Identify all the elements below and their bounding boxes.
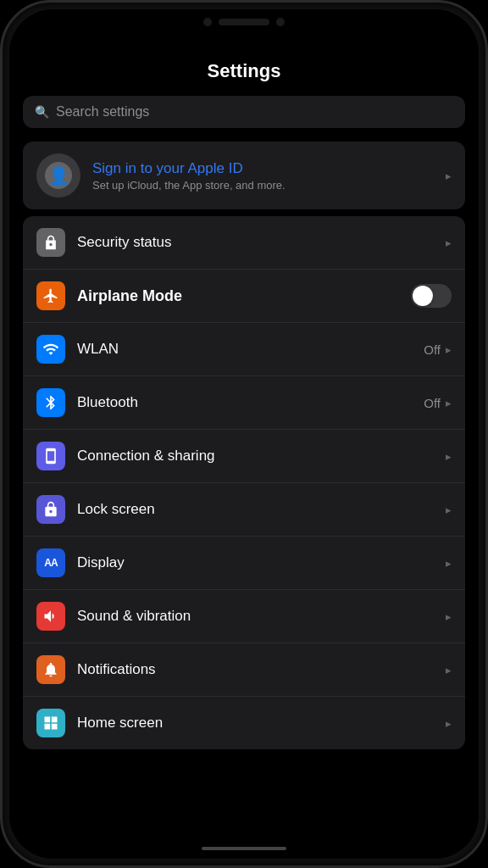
connection-sharing-label: Connection & sharing (77, 448, 434, 465)
apple-id-subtitle: Set up iCloud, the App store, and more. (92, 179, 434, 192)
camera-dot-2 (276, 18, 285, 26)
bluetooth-icon (36, 388, 65, 417)
user-icon: 👤 (45, 162, 72, 189)
apple-id-title: Sign in to your Apple ID (92, 160, 434, 177)
notch-area (203, 18, 285, 26)
home-screen-icon (36, 709, 65, 737)
lock-screen-right: ▸ (446, 504, 452, 516)
security-status-icon (36, 228, 65, 257)
settings-list: 👤 Sign in to your Apple ID Set up iCloud… (9, 142, 479, 749)
apple-id-card[interactable]: 👤 Sign in to your Apple ID Set up iCloud… (23, 142, 465, 209)
apple-id-text: Sign in to your Apple ID Set up iCloud, … (92, 160, 434, 192)
bluetooth-status: Off (424, 396, 441, 410)
wlan-chevron: ▸ (446, 343, 452, 356)
display-chevron: ▸ (446, 557, 452, 570)
apple-id-chevron: ▸ (446, 170, 452, 182)
display-row[interactable]: AA Display ▸ (23, 537, 465, 590)
search-icon: 🔍 (35, 105, 49, 119)
connection-chevron: ▸ (446, 450, 452, 463)
sound-vibration-label: Sound & vibration (77, 608, 434, 625)
lock-screen-label: Lock screen (77, 501, 434, 518)
sound-vibration-right: ▸ (446, 610, 452, 623)
lock-screen-icon (36, 495, 65, 524)
settings-header: Settings (9, 47, 479, 89)
connection-sharing-right: ▸ (446, 450, 452, 463)
notifications-icon (36, 655, 65, 684)
volume-down-button[interactable] (0, 196, 3, 226)
volume-up-button[interactable] (0, 155, 3, 186)
airplane-mode-icon (36, 281, 65, 310)
display-icon: AA (36, 548, 65, 577)
bluetooth-label: Bluetooth (77, 394, 412, 411)
screen-content: Settings 🔍 Search settings 👤 Sign in to … (9, 47, 479, 859)
connection-sharing-icon (36, 442, 65, 470)
home-screen-label: Home screen (77, 715, 434, 732)
status-bar (9, 9, 479, 47)
sound-chevron: ▸ (446, 610, 452, 623)
bluetooth-chevron: ▸ (446, 397, 452, 409)
bluetooth-right: Off ▸ (424, 396, 452, 410)
connection-sharing-row[interactable]: Connection & sharing ▸ (23, 430, 465, 483)
sound-vibration-row[interactable]: Sound & vibration ▸ (23, 590, 465, 643)
settings-main-card: Security status ▸ Airplane Mode (23, 216, 465, 749)
toggle-knob (413, 286, 433, 306)
speaker-pill (219, 19, 269, 25)
lock-screen-chevron: ▸ (446, 504, 452, 516)
home-screen-chevron: ▸ (446, 717, 452, 730)
bluetooth-row[interactable]: Bluetooth Off ▸ (23, 376, 465, 430)
home-screen-right: ▸ (446, 717, 452, 730)
airplane-mode-toggle[interactable] (411, 284, 452, 308)
lock-screen-row[interactable]: Lock screen ▸ (23, 483, 465, 537)
home-screen-row[interactable]: Home screen ▸ (23, 697, 465, 749)
home-indicator[interactable] (202, 847, 286, 850)
sound-vibration-icon (36, 602, 65, 631)
display-right: ▸ (446, 557, 452, 570)
notifications-chevron: ▸ (446, 664, 452, 676)
camera-dot (203, 18, 212, 26)
display-label: Display (77, 554, 434, 571)
search-bar[interactable]: 🔍 Search settings (23, 96, 465, 128)
security-status-right: ▸ (446, 236, 452, 249)
wlan-icon (36, 335, 65, 364)
security-status-row[interactable]: Security status ▸ (23, 216, 465, 270)
notifications-row[interactable]: Notifications ▸ (23, 643, 465, 697)
security-status-label: Security status (77, 234, 434, 251)
wlan-status: Off (424, 342, 441, 357)
wlan-row[interactable]: WLAN Off ▸ (23, 323, 465, 376)
notifications-right: ▸ (446, 664, 452, 676)
wlan-right: Off ▸ (424, 342, 452, 357)
airplane-mode-right (411, 284, 452, 308)
apple-id-row[interactable]: 👤 Sign in to your Apple ID Set up iCloud… (23, 142, 465, 209)
page-title: Settings (208, 60, 281, 81)
phone-screen: Settings 🔍 Search settings 👤 Sign in to … (9, 9, 479, 859)
side-buttons-left (0, 155, 3, 226)
security-chevron: ▸ (446, 236, 452, 249)
wlan-label: WLAN (77, 341, 412, 358)
airplane-mode-label: Airplane Mode (77, 287, 399, 305)
phone-frame: Settings 🔍 Search settings 👤 Sign in to … (0, 0, 488, 868)
airplane-mode-row[interactable]: Airplane Mode (23, 270, 465, 323)
avatar: 👤 (36, 153, 80, 198)
search-input[interactable]: Search settings (56, 104, 149, 120)
notifications-label: Notifications (77, 661, 434, 678)
